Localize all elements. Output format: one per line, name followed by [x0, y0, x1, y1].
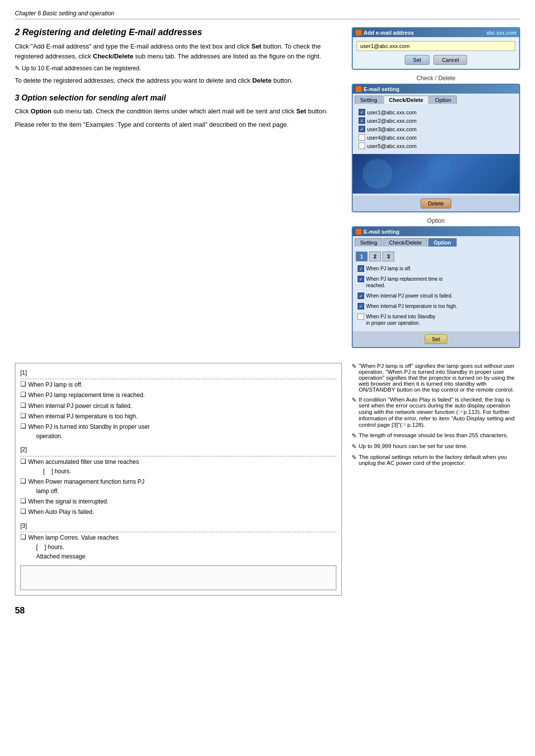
add-email-body: user1@abc.xxx.com Set Cancel	[353, 37, 519, 69]
opt-item-3: ✓ When internal PJ temperature is too hi…	[356, 302, 516, 310]
chapter-header: Chapter 6 Basic setting and operation	[15, 10, 520, 19]
num-tab-1[interactable]: 1	[356, 252, 368, 261]
alert-item-standby: When PJ is turned into Standby in proper…	[20, 422, 336, 441]
email-item-1: ✓ user2@abc.xxx.com	[357, 116, 515, 125]
alert-item-filter-time: When accumulated filter use time reaches…	[20, 457, 336, 476]
email-item-3: user4@abc.xxx.com	[357, 133, 515, 142]
email-item-4: user5@abc.xxx.com	[357, 142, 515, 150]
note-message-length: The length of message should be less tha…	[352, 432, 520, 439]
num-tab-2[interactable]: 2	[369, 252, 381, 261]
checkbox-3[interactable]	[359, 134, 365, 141]
email-input[interactable]: user1@abc.xxx.com	[357, 41, 515, 51]
note-factory-reset: The optional settings return to the fact…	[352, 454, 520, 466]
section3-heading: 3 Option selection for sending alert mai…	[15, 94, 342, 102]
opt-tab-checkdelete[interactable]: Check/Delete	[383, 238, 427, 247]
alert-item-autoplay: When Auto Play is failed.	[20, 507, 336, 517]
checkbox-2[interactable]: ✓	[359, 126, 365, 132]
set-btn-area: Set	[353, 331, 519, 347]
add-email-titlebar: Add e-mail address abc.xxx.com	[353, 28, 519, 37]
delete-button[interactable]: Delete	[421, 199, 451, 208]
opt-cb-2[interactable]: ✓	[358, 293, 364, 299]
section1-label: [1]	[20, 368, 336, 379]
tab-setting[interactable]: Setting	[355, 96, 382, 104]
note-hours: Up to 99,999 hours can be set for use ti…	[352, 443, 520, 450]
tab-option[interactable]: Option	[429, 96, 456, 104]
email-item-0: ✓ user1@abc.xxx.com	[357, 108, 515, 116]
left-column: 2 Registering and deleting E-mail addres…	[15, 27, 342, 353]
section2-body2: To delete the registered addresses, chec…	[15, 76, 342, 86]
section2-label: [2]	[20, 445, 336, 456]
opt-tab-option[interactable]: Option	[428, 238, 456, 247]
opt-item-1: ✓ When PJ lamp replacement time isreache…	[356, 275, 516, 290]
num-tabs: 1 2 3	[356, 252, 516, 261]
page-number: 58	[15, 605, 520, 616]
alert-item-lamp-corres: When lamp Corres. Value reaches[ ] hours…	[20, 533, 336, 562]
option-tabs: Setting Check/Delete Option	[353, 236, 519, 247]
section3-body2: Please refer to the item "Examples :Type…	[15, 120, 342, 130]
option-set-button[interactable]: Set	[425, 334, 448, 344]
section3-label: [3]	[20, 521, 336, 532]
option-setting-titlebar: E-mail setting	[353, 227, 519, 236]
add-email-buttons: Set Cancel	[357, 55, 515, 65]
lower-right-notes: "When PJ lamp is off" signifies the lamp…	[352, 363, 520, 596]
opt-cb-3[interactable]: ✓	[358, 303, 364, 309]
checkbox-4[interactable]	[359, 143, 365, 149]
section2-note1: Up to 10 E-mail addresses can be registe…	[15, 65, 342, 72]
email-item-2: ✓ user3@abc.xxx.com	[357, 125, 515, 133]
alert-item-signal: When the signal is interrupted.	[20, 497, 336, 506]
delete-area: Delete	[353, 196, 519, 211]
set-button[interactable]: Set	[405, 55, 430, 65]
right-column: Add e-mail address abc.xxx.com user1@abc…	[352, 27, 520, 353]
alert-item-temp-high: When internal PJ temperature is too high…	[20, 412, 336, 421]
alert-item-power-mgmt: When Power management function turns PJl…	[20, 477, 336, 496]
decorative-bg	[353, 154, 519, 194]
alert-item-power-fail: When internal PJ power circuit is failed…	[20, 402, 336, 411]
check-delete-label: Check / Delete	[352, 75, 520, 82]
opt-cb-4[interactable]	[358, 313, 364, 320]
add-email-screenshot: Add e-mail address abc.xxx.com user1@abc…	[352, 27, 520, 70]
num-tab-3[interactable]: 3	[382, 252, 394, 261]
alert-item-lamp-off: When PJ lamp is off.	[20, 380, 336, 390]
opt-item-0: ✓ When PJ lamp is off.	[356, 264, 516, 273]
opt-item-2: ✓ When internal PJ power circuit is fail…	[356, 292, 516, 300]
option-titlebar-icon	[356, 229, 362, 235]
opt-item-4: When PJ is turned into Standbyin proper …	[356, 312, 516, 327]
alert-item-lamp-replace: When PJ lamp replacement time is reached…	[20, 391, 336, 400]
opt-cb-0[interactable]: ✓	[358, 265, 364, 272]
section2-body1: Click "Add E-mail address" and type the …	[15, 42, 342, 61]
cancel-button[interactable]: Cancel	[433, 55, 467, 65]
checkbox-1[interactable]: ✓	[359, 117, 365, 124]
email-setting-titlebar: E-mail setting	[353, 85, 519, 94]
option-body: 1 2 3 ✓ When PJ lamp is off. ✓ When PJ l…	[353, 249, 519, 331]
lower-section: [1] When PJ lamp is off. When PJ lamp re…	[15, 363, 520, 596]
email-titlebar-icon	[356, 86, 362, 92]
section2-heading: 2 Registering and deleting E-mail addres…	[15, 27, 342, 38]
option-setting-screenshot: E-mail setting Setting Check/Delete Opti…	[352, 226, 520, 348]
note-standby: "When PJ lamp is off" signifies the lamp…	[352, 363, 520, 393]
titlebar-icon	[356, 30, 362, 36]
email-setting-screenshot: E-mail setting Setting Check/Delete Opti…	[352, 84, 520, 212]
message-box[interactable]	[20, 565, 336, 590]
checkbox-0[interactable]: ✓	[359, 109, 365, 115]
note-autoplay: If condition "When Auto Play is failed" …	[352, 397, 520, 428]
email-setting-tabs: Setting Check/Delete Option	[353, 94, 519, 104]
tab-checkdelete[interactable]: Check/Delete	[383, 96, 428, 104]
section3-body1: Click Option sub menu tab. Check the con…	[15, 106, 342, 116]
option-label: Option	[352, 217, 520, 224]
email-list: ✓ user1@abc.xxx.com ✓ user2@abc.xxx.com …	[353, 106, 519, 196]
opt-tab-setting[interactable]: Setting	[355, 238, 382, 247]
opt-cb-1[interactable]: ✓	[358, 276, 364, 282]
alert-items-box: [1] When PJ lamp is off. When PJ lamp re…	[15, 363, 342, 596]
